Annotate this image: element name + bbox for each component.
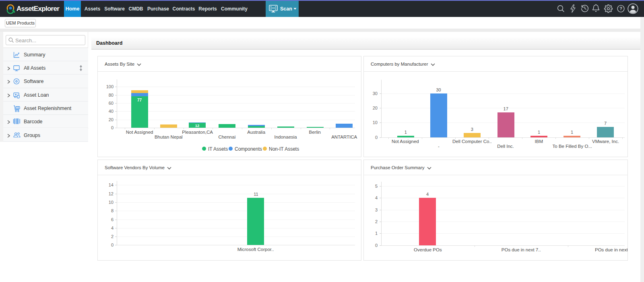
svg-text:?: ?	[619, 6, 622, 11]
